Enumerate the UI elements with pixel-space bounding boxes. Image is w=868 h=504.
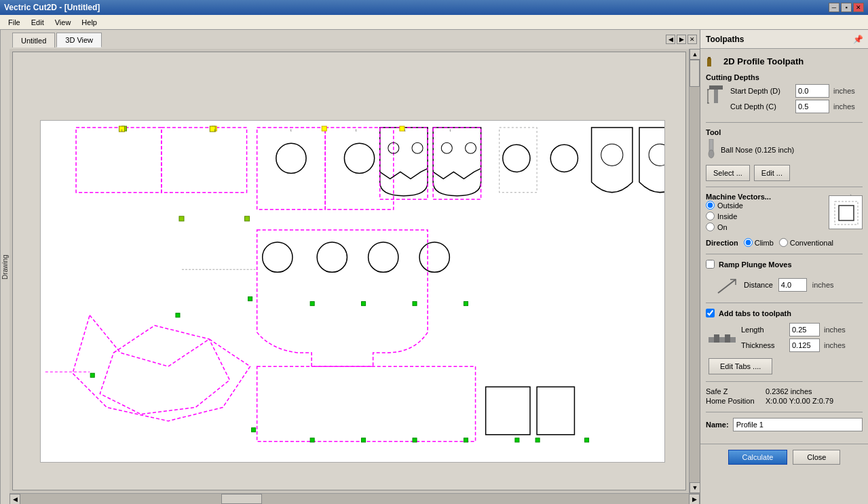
- restore-button[interactable]: ▪: [841, 3, 852, 12]
- divider-5: [706, 381, 863, 382]
- tab-3d-view[interactable]: 3D View: [56, 33, 102, 47]
- svg-rect-45: [362, 302, 366, 306]
- tabs-checkbox[interactable]: [706, 309, 715, 317]
- svg-rect-24: [537, 387, 574, 434]
- mv-outside-label: Outside: [717, 201, 743, 210]
- svg-rect-31: [245, 216, 250, 221]
- tab-length-input[interactable]: [789, 323, 820, 336]
- svg-rect-58: [707, 58, 711, 66]
- ramp-distance-input[interactable]: [778, 278, 807, 292]
- svg-rect-69: [709, 337, 736, 343]
- start-depth-unit: inches: [833, 87, 855, 95]
- tab-prev-button[interactable]: ◀: [666, 35, 675, 44]
- tab-thickness-input[interactable]: [789, 338, 820, 352]
- title-bar: Vectric Cut2D - [Untitled] ─ ▪ ✕: [0, 0, 868, 15]
- minimize-button[interactable]: ─: [829, 3, 839, 12]
- horizontal-scrollbar[interactable]: ◀ ▶: [10, 493, 700, 504]
- cut-depth-unit: inches: [833, 102, 855, 111]
- depth-icon: [706, 84, 726, 108]
- menu-view[interactable]: View: [50, 17, 77, 28]
- vertical-scrollbar[interactable]: ▲ ▼: [689, 49, 700, 493]
- svg-rect-30: [179, 216, 184, 221]
- climb-option: Climb: [744, 238, 774, 247]
- svg-point-18: [317, 242, 347, 272]
- h-scroll-thumb[interactable]: [221, 494, 262, 504]
- menu-bar: File Edit View Help: [0, 15, 868, 30]
- toolpaths-panel: Toolpaths 📌 2D Profile Toolpath Cutting …: [700, 30, 868, 504]
- divider-2: [706, 187, 863, 187]
- direction-section: Direction Climb Conventional: [706, 238, 863, 247]
- conventional-radio[interactable]: [779, 238, 788, 247]
- scroll-track[interactable]: [690, 60, 700, 482]
- svg-rect-48: [310, 438, 314, 442]
- svg-rect-25: [257, 366, 476, 442]
- menu-help[interactable]: Help: [76, 17, 102, 28]
- machine-vectors-section: Machine Vectors... Outside Inside: [706, 193, 863, 231]
- svg-point-16: [649, 144, 664, 166]
- svg-text:t: t: [450, 128, 451, 132]
- svg-text:t: t: [356, 128, 357, 132]
- scroll-right-button[interactable]: ▶: [689, 494, 700, 505]
- edit-tabs-button[interactable]: Edit Tabs ....: [709, 358, 772, 374]
- scroll-thumb[interactable]: [690, 60, 700, 87]
- name-label: Name:: [706, 421, 729, 429]
- edit-tool-button[interactable]: Edit ...: [754, 165, 790, 181]
- svg-rect-51: [464, 438, 468, 442]
- tab-thickness-unit: inches: [824, 341, 846, 349]
- mv-on-radio[interactable]: [706, 222, 715, 231]
- tab-untitled[interactable]: Untitled: [12, 33, 55, 47]
- svg-rect-61: [714, 90, 718, 103]
- scroll-left-button[interactable]: ◀: [10, 494, 20, 505]
- home-pos-label: Home Position: [706, 397, 760, 405]
- svg-rect-65: [709, 139, 713, 151]
- svg-point-66: [709, 150, 714, 158]
- menu-file[interactable]: File: [3, 17, 26, 28]
- scroll-up-button[interactable]: ▲: [690, 49, 700, 60]
- cut-depth-input[interactable]: [795, 100, 829, 113]
- tool-name: Ball Nose (0.125 inch): [721, 146, 794, 154]
- tab-close-button[interactable]: ✕: [687, 35, 697, 44]
- tool-row: Ball Nose (0.125 inch): [706, 139, 863, 161]
- divider-6: [706, 412, 863, 412]
- conventional-label: Conventional: [790, 239, 833, 247]
- panel-pin-button[interactable]: 📌: [853, 35, 863, 44]
- safe-z-value: 0.2362 inches: [766, 387, 812, 395]
- svg-rect-68: [839, 206, 854, 220]
- svg-point-5: [344, 143, 374, 173]
- mv-inside-radio[interactable]: [706, 212, 715, 220]
- climb-radio[interactable]: [744, 238, 753, 247]
- safe-z-row: Safe Z 0.2362 inches: [706, 387, 863, 395]
- tool-buttons: Select ... Edit ...: [706, 165, 863, 181]
- svg-point-10: [465, 142, 476, 153]
- tabs-icon: [709, 332, 736, 345]
- ramp-label: Ramp Plunge Moves: [719, 260, 792, 269]
- canvas-svg: t t t t t t t t: [41, 121, 664, 462]
- conventional-option: Conventional: [779, 238, 833, 247]
- tab-length-unit: inches: [824, 326, 846, 334]
- svg-point-7: [412, 142, 423, 153]
- drawing-label: Drawing: [1, 254, 9, 279]
- svg-rect-71: [725, 334, 730, 343]
- mv-outside-radio[interactable]: [706, 201, 715, 210]
- ramp-section: Ramp Plunge Moves Distance inches: [706, 260, 863, 296]
- select-tool-button[interactable]: Select ...: [706, 165, 750, 181]
- tool-section: Tool Ball Nose (0.125 inch) Select ... E…: [706, 128, 863, 181]
- close-panel-button[interactable]: Close: [793, 450, 840, 465]
- tab-next-button[interactable]: ▶: [677, 35, 686, 44]
- mv-on-row: On: [706, 222, 771, 231]
- start-depth-input[interactable]: [795, 84, 829, 98]
- tool-label: Tool: [706, 128, 863, 136]
- canvas-inner[interactable]: t t t t t t t t: [12, 52, 686, 490]
- close-button[interactable]: ✕: [853, 3, 864, 12]
- name-input[interactable]: [733, 418, 863, 431]
- scroll-down-button[interactable]: ▼: [690, 482, 700, 493]
- h-scroll-track[interactable]: [20, 494, 689, 504]
- start-depth-label: Start Depth (D): [730, 87, 791, 95]
- drawing-panel[interactable]: Drawing: [0, 30, 10, 504]
- calculate-button[interactable]: Calculate: [728, 450, 788, 465]
- menu-edit[interactable]: Edit: [26, 17, 50, 28]
- svg-rect-41: [248, 297, 252, 301]
- ramp-checkbox[interactable]: [706, 260, 715, 269]
- toolpath-icon: [706, 54, 719, 68]
- ramp-distance-label: Distance: [744, 281, 773, 289]
